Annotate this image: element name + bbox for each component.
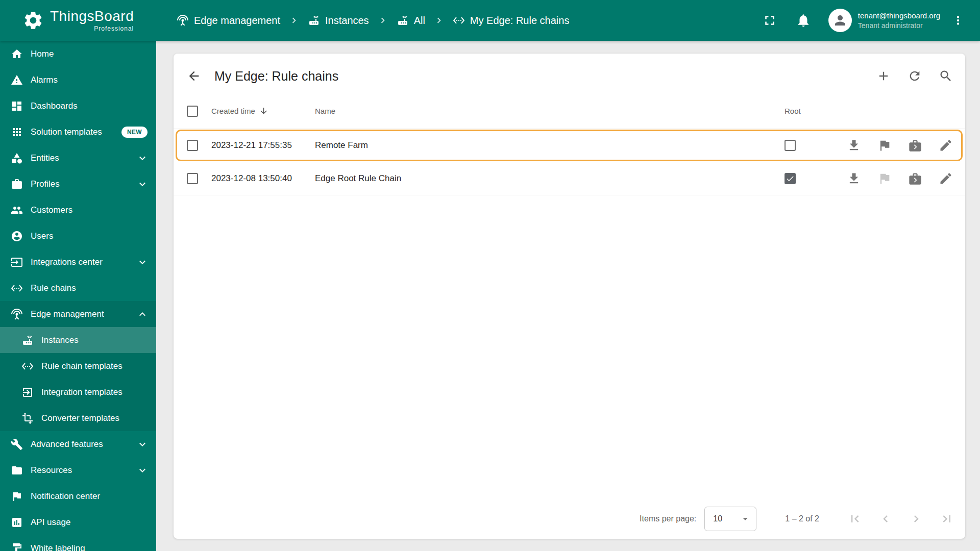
set-root-flag-icon[interactable] [877,138,892,153]
edge-management-group: Edge management Instances Rule chain tem… [0,301,156,431]
table-row-remote-farm[interactable]: 2023-12-21 17:55:35 Remote Farm [174,129,965,162]
rule-chain-icon [21,360,34,372]
sidebar-item-notification-center[interactable]: Notification center [0,483,156,509]
more-vert-icon[interactable] [951,14,965,27]
input-icon [11,256,23,268]
edit-pencil-icon[interactable] [939,138,953,153]
sidebar-item-converter-templates[interactable]: Converter templates [0,405,156,431]
card-header: My Edge: Rule chains [174,54,965,93]
sidebar-item-edge-management[interactable]: Edge management [0,301,156,327]
row-select-checkbox[interactable] [187,140,198,151]
pager-controls [848,512,954,526]
items-per-page-select[interactable]: 10 [704,507,756,531]
download-export-icon[interactable] [847,138,861,153]
bar-chart-icon [11,516,23,529]
table-row-edge-root-rule-chain[interactable]: 2023-12-08 13:50:40 Edge Root Rule Chain [174,162,965,195]
sidebar-item-alarms[interactable]: Alarms [0,67,156,93]
sidebar-item-rule-chains[interactable]: Rule chains [0,275,156,301]
unassign-from-edge-briefcase-icon[interactable] [908,138,922,153]
notifications-bell-icon[interactable] [796,13,811,28]
page-range: 1 – 2 of 2 [785,514,819,523]
sidebar-item-label: White labeling [31,543,85,551]
row-select-checkbox[interactable] [187,173,198,184]
app-logo[interactable]: ThingsBoard Professional [0,9,156,32]
thingsboard-gear-logo-icon [22,10,44,31]
add-icon[interactable] [876,69,891,83]
rule-chains-card: My Edge: Rule chains [174,54,965,539]
sidebar-item-rule-chain-templates[interactable]: Rule chain templates [0,353,156,379]
transform-icon [21,412,34,424]
sort-descending-arrow-icon [259,106,268,116]
topbar-right: tenant@thingsboard.org Tenant administra… [762,9,980,32]
sidebar-item-label: Converter templates [41,413,119,423]
sidebar-item-api-usage[interactable]: API usage [0,509,156,535]
rule-chains-table: Created time Name Root 2023-12-21 17:55:… [174,93,965,499]
new-badge: NEW [121,127,148,138]
breadcrumb-label: Edge management [194,15,280,27]
sidebar-item-solution-templates[interactable]: Solution templates NEW [0,119,156,145]
sidebar-item-dashboards[interactable]: Dashboards [0,93,156,119]
breadcrumb-all[interactable]: All [397,14,425,27]
row-select-cell [174,173,211,184]
next-page-icon[interactable] [909,512,923,526]
row-actions [827,171,965,186]
chevron-down-icon [136,152,149,164]
page-title: My Edge: Rule chains [214,69,338,84]
back-arrow-icon[interactable] [187,69,201,83]
name-header-cell[interactable]: Name [315,107,785,115]
table-header-row: Created time Name Root [174,93,965,129]
user-role: Tenant administrator [858,21,940,30]
sidebar-item-label: Users [31,231,53,241]
sidebar-item-advanced-features[interactable]: Advanced features [0,431,156,457]
sidebar-item-home[interactable]: Home [0,41,156,67]
sidebar-item-integrations-center[interactable]: Integrations center [0,249,156,275]
topbar: ThingsBoard Professional Edge management… [0,0,980,41]
edit-pencil-icon[interactable] [939,171,953,186]
sidebar-item-users[interactable]: Users [0,223,156,249]
sidebar-item-profiles[interactable]: Profiles [0,171,156,197]
root-header-cell: Root [785,107,827,115]
refresh-icon[interactable] [908,69,922,83]
user-avatar[interactable] [828,9,852,32]
select-all-cell [174,106,211,117]
rule-chain-icon [453,14,465,27]
select-all-checkbox[interactable] [187,106,198,117]
breadcrumb-instances[interactable]: Instances [308,14,369,27]
root-checkbox[interactable] [785,173,796,184]
sidebar-item-label: Advanced features [31,439,103,449]
sidebar-item-resources[interactable]: Resources [0,457,156,483]
dashboard-icon [11,100,23,112]
sidebar-item-white-labeling[interactable]: White labeling [0,535,156,551]
sidebar-item-label: Entities [31,153,59,163]
sidebar-item-label: API usage [31,517,70,528]
sidebar-item-label: Edge management [31,309,104,319]
breadcrumb-edge-management[interactable]: Edge management [177,14,280,27]
created-time-sort[interactable]: Created time [211,106,315,116]
created-time-header-cell: Created time [211,106,315,116]
root-checkbox[interactable] [785,140,796,151]
last-page-icon[interactable] [940,512,954,526]
first-page-icon[interactable] [848,512,862,526]
sidebar-item-integration-templates[interactable]: Integration templates [0,379,156,405]
breadcrumb-current-rule-chains[interactable]: My Edge: Rule chains [453,14,570,27]
items-per-page-value: 10 [713,514,722,523]
previous-page-icon[interactable] [878,512,893,526]
flag-icon [11,490,23,503]
search-icon[interactable] [939,69,953,83]
sidebar-item-label: Instances [41,335,79,345]
download-export-icon[interactable] [847,171,861,186]
rule-chain-icon [11,282,23,294]
paint-icon [11,542,23,551]
sidebar-item-label: Customers [31,205,72,215]
chevron-right-icon [433,15,445,26]
sidebar-item-label: Dashboards [31,101,78,111]
sidebar-item-entities[interactable]: Entities [0,145,156,171]
unassign-from-edge-briefcase-icon[interactable] [908,171,922,186]
sidebar-item-instances[interactable]: Instances [0,327,156,353]
sidebar: Home Alarms Dashboards Solution template… [0,41,156,551]
folder-icon [11,464,23,477]
fullscreen-icon[interactable] [762,13,777,28]
person-icon [832,13,848,28]
user-info: tenant@thingsboard.org Tenant administra… [858,11,940,30]
sidebar-item-customers[interactable]: Customers [0,197,156,223]
